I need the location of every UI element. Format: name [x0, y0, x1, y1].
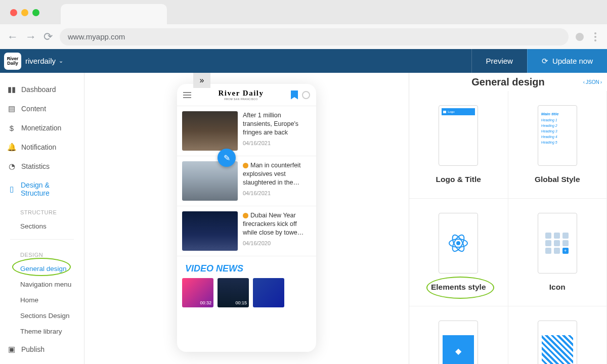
card-label: Icon [549, 283, 566, 292]
card-global-style[interactable]: Main title Heading 1 Heading 2 Heading 3… [508, 91, 608, 199]
window-minimize-button[interactable] [21, 9, 28, 16]
video-row: 00:32 00:15 [177, 278, 316, 312]
sidebar-item-monetization[interactable]: $Monetization [0, 118, 84, 138]
video-section-header: VIDEO NEWS [177, 256, 316, 278]
article-title: Dubai New Year firecrackers kick off whi… [243, 211, 311, 237]
article-image [182, 211, 238, 251]
app-header: RiverDaily riverdaily ⌄ Preview ⟳ Update… [0, 49, 607, 73]
edit-fab[interactable]: ✎ [218, 149, 236, 167]
update-label: Update now [552, 57, 593, 65]
refresh-icon: ⟳ [542, 57, 548, 66]
url-bar[interactable]: www.myapp.com [60, 28, 569, 46]
browser-chrome: ← → ⟳ www.myapp.com [0, 0, 607, 49]
video-thumbnail[interactable] [253, 278, 284, 307]
card-extra-1[interactable]: ◆ [409, 306, 508, 364]
browser-tab[interactable] [61, 4, 167, 24]
profile-avatar[interactable] [576, 33, 584, 41]
browser-menu-icon[interactable] [591, 32, 600, 41]
gear-icon[interactable] [302, 91, 310, 99]
card-preview: Main title Heading 1 Heading 2 Heading 3… [538, 105, 577, 166]
phone-icon: ▯ [7, 185, 16, 194]
chevron-right-icon: › [600, 79, 602, 85]
design-group-label: DESIGN [0, 245, 84, 261]
card-preview [538, 321, 577, 364]
panel-grid: Logo Logo & Title Main title Heading 1 H… [409, 91, 607, 364]
app-name-label: riverdaily [25, 57, 56, 65]
chart-bar-icon: ▮▮ [7, 85, 16, 94]
svg-point-0 [456, 241, 460, 245]
card-label: Global Style [535, 175, 580, 184]
json-nav[interactable]: ‹ JSON › [583, 79, 602, 85]
panel-header: General design ‹ JSON › [409, 73, 607, 91]
article-title: After 1 million transients, Europe's fri… [243, 111, 311, 137]
reload-icon[interactable]: ⟳ [44, 30, 53, 43]
canvas-area: » ✎ River Daily FROM SAN FRANCISCO After… [84, 73, 409, 364]
sidebar-sub-general-design[interactable]: General design [0, 261, 84, 277]
sidebar-item-dashboard[interactable]: ▮▮Dashboard [0, 80, 84, 99]
sidebar-item-statistics[interactable]: ◔Statistics [0, 157, 84, 176]
back-icon[interactable]: ← [7, 30, 18, 43]
preview-button[interactable]: Preview [471, 49, 527, 73]
pencil-icon: ✎ [224, 153, 230, 163]
bookmark-icon[interactable] [291, 90, 298, 100]
window-close-button[interactable] [10, 9, 17, 16]
window-maximize-button[interactable] [32, 9, 39, 16]
card-preview: + [538, 213, 577, 274]
document-icon: ▤ [7, 104, 16, 113]
card-preview: ◆ [439, 321, 478, 364]
article-date: 04/16/2020 [243, 240, 311, 246]
article-image [182, 161, 238, 201]
article-image [182, 111, 238, 151]
card-icon[interactable]: + Icon [508, 199, 608, 306]
chevron-right-icon: » [200, 76, 204, 85]
card-logo-title[interactable]: Logo Logo & Title [409, 91, 508, 199]
panel-title: General design [471, 76, 545, 88]
sidebar-item-content[interactable]: ▤Content [0, 99, 84, 118]
atom-icon [448, 233, 469, 254]
pattern-icon [542, 335, 573, 364]
app-selector[interactable]: riverdaily ⌄ [25, 57, 63, 65]
mock-brand: River Daily FROM SAN FRANCISCO [219, 89, 264, 101]
pie-chart-icon: ◔ [7, 162, 16, 171]
app-logo: RiverDaily [4, 53, 21, 70]
update-now-button[interactable]: ⟳ Update now [527, 49, 607, 73]
chevron-left-icon: ‹ [583, 79, 585, 85]
card-elements-style[interactable]: Elements style [409, 199, 508, 306]
sidebar-item-publish[interactable]: ▣Publish [0, 340, 52, 359]
sidebar: ▮▮Dashboard ▤Content $Monetization 🔔Noti… [0, 73, 84, 364]
divider [10, 239, 74, 240]
sidebar-sub-sections-design[interactable]: Sections Design [0, 308, 84, 324]
article-row[interactable]: Man in counterfeit explosives vest slaug… [177, 156, 316, 206]
card-label: Elements style [431, 283, 486, 292]
card-preview: Logo [439, 105, 478, 166]
sidebar-sub-sections[interactable]: Sections [0, 218, 84, 234]
diamond-icon: ◆ [443, 335, 474, 364]
sidebar-item-notification[interactable]: 🔔Notification [0, 138, 84, 157]
article-date: 04/16/2021 [243, 140, 311, 146]
forward-icon[interactable]: → [25, 30, 36, 43]
grid-icon: + [545, 233, 570, 254]
dollar-icon: $ [7, 123, 16, 132]
video-thumbnail[interactable]: 00:15 [218, 278, 249, 307]
card-preview [439, 213, 478, 274]
sidebar-sub-navigation-menu[interactable]: Navigation menu [0, 277, 84, 292]
sidebar-item-design-structure[interactable]: ▯Design & Structure [0, 176, 84, 202]
phone-mockup: River Daily FROM SAN FRANCISCO After 1 m… [177, 84, 316, 352]
article-row[interactable]: After 1 million transients, Europe's fri… [177, 106, 316, 156]
structure-group-label: STRUCTURE [0, 202, 84, 218]
premium-badge-icon [243, 163, 248, 168]
sidebar-sub-theme-library[interactable]: Theme library [0, 324, 84, 339]
sidebar-sub-home[interactable]: Home [0, 292, 84, 308]
article-date: 04/16/2021 [243, 190, 311, 196]
card-label: Logo & Title [436, 175, 481, 184]
panel-expand-button[interactable]: » [193, 73, 210, 88]
store-icon: ▣ [7, 345, 16, 354]
article-row[interactable]: Dubai New Year firecrackers kick off whi… [177, 206, 316, 256]
card-extra-2[interactable] [508, 306, 608, 364]
bell-icon: 🔔 [7, 143, 16, 152]
video-thumbnail[interactable]: 00:32 [182, 278, 213, 307]
premium-badge-icon [243, 213, 248, 218]
article-title: Man in counterfeit explosives vest slaug… [243, 161, 311, 187]
chevron-down-icon: ⌄ [59, 58, 63, 64]
hamburger-icon[interactable] [183, 92, 191, 98]
